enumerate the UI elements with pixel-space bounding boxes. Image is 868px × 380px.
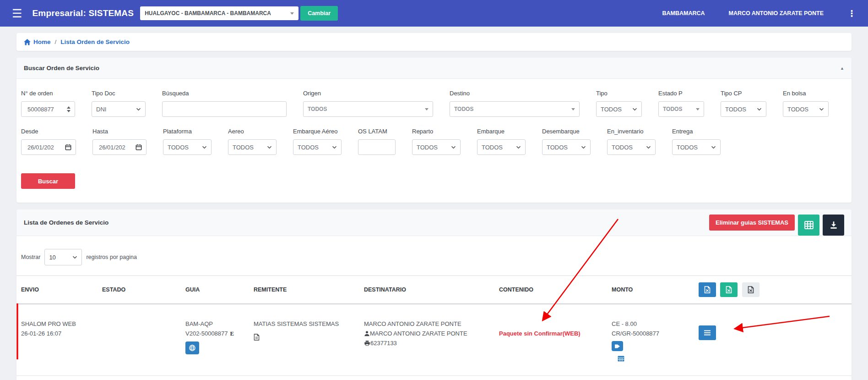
col-destinatario[interactable]: DESTINATARIO bbox=[359, 276, 494, 304]
orders-table: ENVIO ESTADO GUIA REMITENTE DESTINATARIO… bbox=[16, 275, 852, 376]
export-light-button[interactable] bbox=[742, 282, 760, 297]
destino-select[interactable]: TODOS bbox=[450, 101, 580, 117]
chevron-down-icon bbox=[516, 146, 521, 149]
col-guia[interactable]: GUIA bbox=[181, 276, 249, 304]
aereo-value: TODOS bbox=[233, 144, 254, 151]
embarque-select[interactable]: TODOS bbox=[477, 139, 526, 155]
monto-cr: CR/GR-50008877 bbox=[612, 329, 689, 338]
breadcrumb-home-label: Home bbox=[33, 39, 51, 45]
export-blue-button[interactable] bbox=[699, 282, 716, 297]
tipo-cp-select[interactable]: TODOS bbox=[721, 101, 766, 117]
field-label: Tipo CP bbox=[721, 90, 766, 97]
col-monto[interactable]: MONTO bbox=[607, 276, 694, 304]
list-panel-header: Lista de Ordenes de Servicio Eliminar gu… bbox=[16, 209, 852, 236]
embarque-aereo-select[interactable]: TODOS bbox=[293, 139, 342, 155]
estado-p-select[interactable]: TODOS bbox=[658, 101, 704, 117]
col-export-actions bbox=[694, 276, 852, 304]
web-tracking-button[interactable] bbox=[185, 341, 199, 354]
page-size-suffix: registros por pagina bbox=[86, 254, 136, 260]
entrega-select[interactable]: TODOS bbox=[672, 139, 721, 155]
agency-select[interactable]: HUALGAYOC - BAMBAMARCA - BAMBAMARCA bbox=[140, 6, 298, 20]
chevron-down-icon bbox=[819, 108, 824, 111]
menu-icon[interactable]: ☰ bbox=[12, 8, 22, 19]
chevron-down-icon bbox=[581, 146, 586, 149]
list-menu-icon bbox=[704, 330, 711, 336]
stepper-icon[interactable] bbox=[67, 106, 71, 112]
destino-value: TODOS bbox=[454, 106, 473, 112]
reparto-select[interactable]: TODOS bbox=[412, 139, 461, 155]
download-button[interactable] bbox=[823, 215, 844, 236]
col-contenido[interactable]: CONTENIDO bbox=[494, 276, 607, 304]
spreadsheet-icon[interactable] bbox=[618, 356, 624, 362]
field-label: Entrega bbox=[672, 128, 721, 135]
list-panel: Lista de Ordenes de Servicio Eliminar gu… bbox=[16, 209, 852, 380]
aereo-select[interactable]: TODOS bbox=[228, 139, 277, 155]
field-busqueda: Búsqueda bbox=[162, 90, 287, 117]
branch-label[interactable]: BAMBAMARCA bbox=[662, 10, 705, 17]
en-inventario-value: TODOS bbox=[612, 144, 633, 151]
field-destino: Destino TODOS bbox=[450, 90, 580, 117]
plataforma-value: TODOS bbox=[168, 144, 189, 151]
guia-code: V202-50008877 bbox=[185, 329, 228, 338]
search-panel-title: Buscar Orden de Servicio bbox=[24, 65, 99, 72]
order-number-input[interactable]: 50008877 bbox=[21, 101, 75, 117]
user-icon bbox=[364, 330, 370, 336]
destinatario-contact: MARCO ANTONIO ZARATE PONTE bbox=[370, 329, 467, 338]
table-row: SHALOM PRO WEB 26-01-26 16:07 BAM-AQP V2… bbox=[16, 304, 852, 375]
field-label: N° de orden bbox=[21, 90, 75, 97]
home-icon bbox=[24, 39, 31, 45]
fax-icon bbox=[364, 340, 370, 346]
breadcrumb-current[interactable]: Lista Orden de Servicio bbox=[60, 39, 130, 45]
voucher-button[interactable] bbox=[612, 341, 623, 351]
buscar-button[interactable]: Buscar bbox=[21, 173, 75, 189]
col-envio[interactable]: ENVIO bbox=[16, 276, 98, 304]
collapse-caret-icon[interactable]: ▲ bbox=[840, 66, 844, 71]
chevron-down-icon bbox=[757, 108, 762, 111]
guia-route: BAM-AQP bbox=[185, 319, 244, 329]
page-size-select[interactable]: 10 bbox=[44, 249, 82, 265]
user-menu[interactable]: MARCO ANTONIO ZARATE PONTE bbox=[729, 10, 824, 17]
col-remitente[interactable]: REMITENTE bbox=[249, 276, 359, 304]
os-latam-input[interactable] bbox=[358, 139, 396, 155]
chevron-down-icon bbox=[451, 146, 456, 149]
chevron-down-icon bbox=[202, 146, 207, 149]
desembarque-select[interactable]: TODOS bbox=[542, 139, 591, 155]
document-icon[interactable] bbox=[254, 334, 260, 341]
en-inventario-select[interactable]: TODOS bbox=[607, 139, 656, 155]
breadcrumb-separator: / bbox=[55, 39, 57, 45]
field-desembarque: Desembarque TODOS bbox=[542, 128, 591, 155]
field-tipo-cp: Tipo CP TODOS bbox=[721, 90, 766, 117]
tipo-cp-value: TODOS bbox=[725, 106, 746, 113]
change-agency-button[interactable]: Cambiar bbox=[300, 6, 338, 21]
tipo-select[interactable]: TODOS bbox=[596, 101, 642, 117]
reparto-value: TODOS bbox=[417, 144, 438, 151]
field-label: Estado P bbox=[658, 90, 704, 97]
file-icon bbox=[726, 286, 732, 293]
desembarque-value: TODOS bbox=[547, 144, 568, 151]
cell-envio: SHALOM PRO WEB 26-01-26 16:07 bbox=[16, 304, 98, 375]
chevron-down-icon bbox=[646, 146, 651, 149]
origen-select[interactable]: TODOS bbox=[303, 101, 433, 117]
export-green-button[interactable] bbox=[720, 282, 738, 297]
field-entrega: Entrega TODOS bbox=[672, 128, 721, 155]
en-bolsa-select[interactable]: TODOS bbox=[783, 101, 829, 117]
field-reparto: Reparto TODOS bbox=[412, 128, 461, 155]
toggle-table-view-button[interactable] bbox=[798, 215, 819, 236]
kebab-menu-icon[interactable]: ⋮ bbox=[847, 8, 856, 19]
desde-date-input[interactable]: 26/01/202 bbox=[21, 139, 76, 155]
cell-contenido: Paquete sin Confirmar(WEB) bbox=[494, 304, 607, 375]
entrega-value: TODOS bbox=[677, 144, 698, 151]
busqueda-input[interactable] bbox=[162, 101, 287, 117]
eliminar-guias-button[interactable]: Eliminar guias SISTEMAS bbox=[709, 215, 795, 231]
field-tipo: Tipo TODOS bbox=[596, 90, 642, 117]
embarque-aereo-value: TODOS bbox=[298, 144, 319, 151]
download-icon bbox=[830, 221, 838, 229]
col-estado[interactable]: ESTADO bbox=[98, 276, 181, 304]
calendar-icon bbox=[136, 144, 142, 150]
breadcrumb-home-link[interactable]: Home bbox=[24, 39, 51, 45]
row-actions-button[interactable] bbox=[699, 325, 716, 340]
plataforma-select[interactable]: TODOS bbox=[163, 139, 212, 155]
tipo-doc-select[interactable]: DNI bbox=[92, 101, 146, 117]
search-form-row-1: N° de orden 50008877 Tipo Doc DNI Búsque… bbox=[16, 79, 852, 117]
hasta-date-input[interactable]: 26/01/202 bbox=[92, 139, 146, 155]
